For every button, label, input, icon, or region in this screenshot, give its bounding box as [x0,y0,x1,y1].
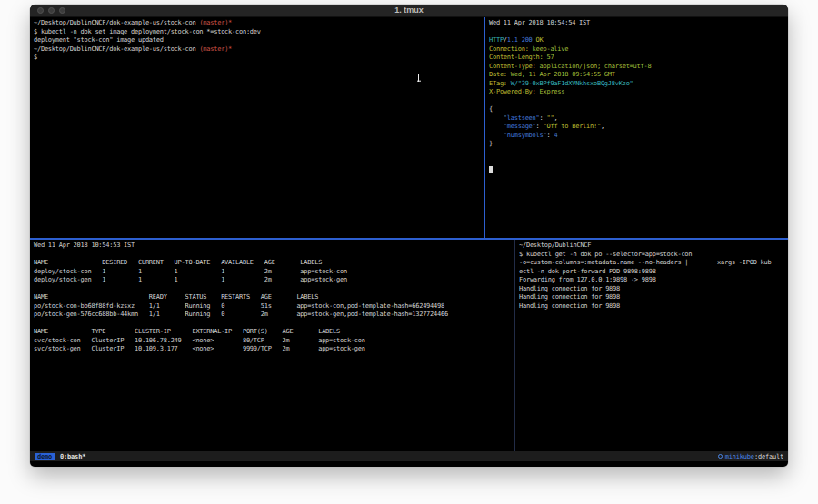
terminal-line: Handling connection for 9898 [519,302,788,311]
terminal-line: ~/Desktop/DublinCNCF/dok-example-us/stoc… [34,45,484,54]
mouse-pointer-ibeam-icon [416,74,421,82]
terminal-line: "lastseen": "", [489,114,788,124]
terminal-window: 1. tmux ~/Desktop/DublinCNCF/dok-example… [30,5,788,467]
terminal-line: Forwarding from 127.0.0.1:9898 -> 9898 [519,276,788,285]
desktop-background: 1. tmux ~/Desktop/DublinCNCF/dok-example… [0,0,818,504]
terminal-line: $ kubectl get -n dok po --selector=app=s… [519,251,788,260]
terminal-line: Connection: keep-alive [489,45,788,54]
terminal-line: Handling connection for 9898 [519,285,788,294]
terminal-line [34,320,514,329]
session-name-badge: demo [35,453,55,460]
tmux-window-label[interactable]: 0:bash* [60,453,85,460]
terminal-line [34,251,514,260]
terminal-line: "numsymbols": 4 [489,132,788,141]
window-titlebar[interactable]: 1. tmux [30,5,788,17]
terminal-line: Wed 11 Apr 2018 10:54:53 IST [34,242,514,251]
kube-namespace: :default [754,453,783,460]
terminal-line: NAME DESIRED CURRENT UP-TO-DATE AVAILABL… [34,259,514,268]
terminal-line: Wed 11 Apr 2018 10:54:54 IST [489,19,788,28]
terminal-line [489,149,788,158]
terminal-line: deploy/stock-gen 1 1 1 1 2m app=stock-ge… [34,276,514,285]
terminal-line: NAME TYPE CLUSTER-IP EXTERNAL-IP PORT(S)… [34,328,514,337]
terminal-line: Content-Type: application/json; charset=… [489,63,788,72]
tmux-status-bar: demo 0:bash* minikube :default [30,451,788,461]
terminal-line: deployment "stock-con" image updated [34,36,484,45]
terminal-line: Date: Wed, 11 Apr 2018 09:54:55 GMT [489,71,788,80]
terminal-line: po/stock-con-bb68f88fd-kzsxz 1/1 Running… [34,302,514,311]
terminal-line: Content-Length: 57 [489,54,788,63]
terminal-line: } [489,140,788,149]
terminal-line: "message": "Off to Berlin!", [489,123,788,132]
terminal-line: deploy/stock-con 1 1 1 1 2m app=stock-co… [34,268,514,277]
terminal-line [489,166,788,175]
terminal-line: ectl -n dok port-forward POD 9898:9898 [519,268,788,277]
terminal-line [489,28,788,37]
terminal-line: $ [34,54,484,63]
terminal-line: -o=custom-columns=:metadata.name --no-he… [519,259,788,268]
terminal-line [489,97,788,106]
terminal-line: Handling connection for 9898 [519,293,788,302]
pane-bottom-left-kubectl[interactable]: Wed 11 Apr 2018 10:54:53 IST NAME DESIRE… [30,240,514,451]
kube-context: minikube [725,453,754,460]
terminal-line: HTTP/1.1 200 OK [489,36,788,45]
terminal-line: { [489,105,788,114]
pane-top-right-http[interactable]: Wed 11 Apr 2018 10:54:54 IST HTTP/1.1 20… [485,17,788,238]
terminal-line: ~/Desktop/DublinCNCF [519,242,788,251]
terminal-line [34,285,514,294]
terminal-line [489,157,788,166]
terminal-line: svc/stock-con ClusterIP 10.106.78.249 <n… [34,337,514,346]
terminal-line: NAME READY STATUS RESTARTS AGE LABELS [34,293,514,302]
terminal-line: $ kubectl -n dok set image deployment/st… [34,28,484,37]
tmux-terminal: ~/Desktop/DublinCNCF/dok-example-us/stoc… [30,17,788,451]
terminal-line: ~/Desktop/DublinCNCF/dok-example-us/stoc… [34,19,484,28]
pane-bottom-right-portforward[interactable]: ~/Desktop/DublinCNCF$ kubectl get -n dok… [515,240,788,451]
window-title: 1. tmux [30,5,788,16]
status-right: minikube :default [718,453,783,460]
terminal-line: X-Powered-By: Express [489,88,788,97]
kubernetes-icon [718,454,723,459]
terminal-line: po/stock-gen-576cc688bb-44kmn 1/1 Runnin… [34,311,514,320]
terminal-line: ETag: W/"39-0xBPf9aF1dXVNkhsxoBQgJ8vKzo" [489,80,788,89]
status-left: demo 0:bash* [35,453,85,460]
terminal-line: svc/stock-gen ClusterIP 10.109.3.177 <no… [34,345,514,354]
pane-top-left-shell[interactable]: ~/Desktop/DublinCNCF/dok-example-us/stoc… [30,17,484,238]
